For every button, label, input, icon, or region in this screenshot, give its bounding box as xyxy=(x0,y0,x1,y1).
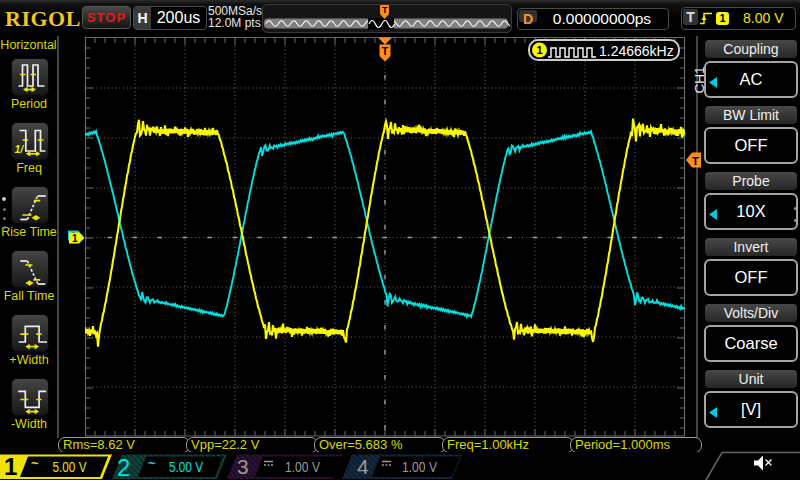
svg-text:1/: 1/ xyxy=(15,143,25,155)
svg-text:5.00 V: 5.00 V xyxy=(169,459,204,475)
svg-text:1.00 V: 1.00 V xyxy=(285,459,321,475)
svg-text:1.24666kHz: 1.24666kHz xyxy=(599,43,674,59)
svg-text:5.00 V: 5.00 V xyxy=(53,459,88,475)
svg-text:3: 3 xyxy=(237,455,249,478)
svg-text:T: T xyxy=(382,5,388,15)
svg-text:4: 4 xyxy=(357,455,369,478)
svg-text:1: 1 xyxy=(72,233,78,244)
svg-text:1: 1 xyxy=(4,453,17,480)
svg-text:~: ~ xyxy=(148,456,156,471)
svg-text:1.00 V: 1.00 V xyxy=(402,459,438,475)
svg-text:T: T xyxy=(692,155,699,167)
svg-text:~: ~ xyxy=(31,456,39,471)
svg-text:1: 1 xyxy=(537,44,543,56)
svg-text:T: T xyxy=(382,45,389,57)
svg-text:2: 2 xyxy=(117,454,130,480)
